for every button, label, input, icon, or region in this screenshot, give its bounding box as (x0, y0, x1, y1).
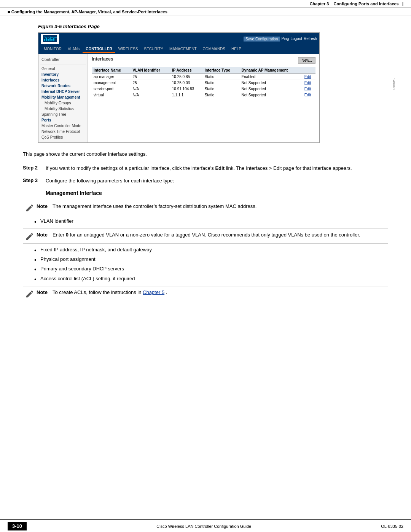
cisco-topbar: Cisco Systems Save Configuration (38, 33, 319, 45)
nav-controller[interactable]: CONTROLLER (83, 46, 115, 53)
svg-rect-2 (44, 39, 45, 41)
row0-dynamic: Enabled (239, 74, 302, 80)
svg-rect-5 (49, 38, 51, 41)
note3-label: Note (37, 289, 53, 295)
cisco-content: Controller General Inventory Interfaces … (38, 54, 319, 142)
sidebar-ports[interactable]: Ports (40, 117, 86, 123)
page-footer: 3-10 Cisco Wireless LAN Controller Confi… (0, 519, 411, 532)
bullet4: • Primary and secondary DHCP servers (34, 266, 388, 273)
chapter-title-right: Chapter 3 Configuring Ports and Interfac… (310, 2, 403, 6)
table-row: virtual N/A 1.1.1.1 Static Not Supported… (92, 92, 315, 98)
nav-help[interactable]: HELP (228, 46, 244, 53)
cisco-logo-icon: Cisco Systems (43, 35, 57, 43)
sidebar-inventory[interactable]: Inventory (40, 72, 86, 77)
row1-dynamic: Not Supported (239, 80, 302, 86)
bullet1: • VLAN identifier (34, 218, 388, 225)
table-header: Interface Name VLAN Identifier IP Addres… (92, 67, 315, 74)
row3-dynamic: Not Supported (239, 92, 302, 98)
sidebar-qos[interactable]: QoS Profiles (40, 134, 86, 140)
note2-label: Note (37, 231, 53, 238)
sidebar-mobility-stats[interactable]: Mobility Statistics (40, 106, 86, 112)
table-row: management 25 10.25.0.03 Static Not Supp… (92, 80, 315, 86)
cisco-main-title: Interfaces (92, 56, 113, 62)
sidebar-general[interactable]: General (40, 66, 86, 72)
row3-type: Static (203, 92, 240, 98)
row2-ip: 10.91.104.83 (170, 86, 203, 92)
nav-wireless[interactable]: WIRELESS (115, 46, 141, 53)
row2-type: Static (203, 86, 240, 92)
row2-dynamic: Not Supported (239, 86, 302, 92)
row1-type: Static (203, 80, 240, 86)
chapter5-link[interactable]: Chapter 5 (143, 289, 164, 295)
new-button[interactable]: New... (298, 57, 315, 64)
row0-edit-link[interactable]: Edit (304, 75, 311, 79)
nav-top-links: Save Configuration Ping Logout Refresh (244, 37, 317, 42)
note3-box: Note To create ACLs, follow the instruct… (23, 286, 388, 301)
sidebar-ntp[interactable]: Network Time Protocol (40, 129, 86, 134)
row3-edit-link[interactable]: Edit (304, 93, 311, 97)
note1-label: Note (37, 203, 53, 209)
note1-icon (23, 203, 37, 212)
section-header-management: Management Interface (46, 190, 388, 196)
sidebar-mobility-groups[interactable]: Mobility Groups (40, 100, 86, 106)
col-interface-name: Interface Name (92, 67, 131, 74)
step3-text: Configure the following parameters for e… (46, 177, 388, 185)
row0-ip: 10.25.0.85 (170, 74, 203, 80)
nav-commands[interactable]: COMMANDS (200, 46, 228, 53)
figure-caption: Figure 3-5 Interfaces Page (38, 24, 388, 29)
note3-icon (23, 289, 37, 299)
sidebar-master-ctrl[interactable]: Master Controller Mode (40, 123, 86, 129)
nav-management[interactable]: MANAGEMENT (166, 46, 200, 53)
footer-title: Cisco Wireless LAN Controller Configurat… (156, 524, 251, 529)
step3-row: Step 3 Configure the following parameter… (23, 177, 388, 185)
chapter-header: Chapter 3 Configuring Ports and Interfac… (0, 0, 411, 8)
logout-btn[interactable]: Logout (290, 37, 302, 42)
interface-table-body: ap-manager 25 10.25.0.85 Static Enabled … (92, 74, 315, 98)
row1-name: management (92, 80, 131, 86)
row3-ip: 1.1.1.1 (170, 92, 203, 98)
sidebar-spanning-tree[interactable]: Spanning Tree (40, 112, 86, 117)
nav-security[interactable]: SECURITY (141, 46, 166, 53)
note1-text: The management interface uses the contro… (53, 203, 388, 210)
row0-vlan: 25 (131, 74, 170, 80)
step2-row: Step 2 If you want to modify the setting… (23, 165, 388, 172)
svg-rect-7 (53, 38, 54, 41)
bullet-dot-2: • (34, 247, 40, 254)
bullet3: • Physical port assignment (34, 256, 388, 264)
cisco-sidebar: Controller General Inventory Interfaces … (38, 54, 88, 142)
svg-rect-4 (48, 39, 49, 41)
save-config-btn[interactable]: Save Configuration (244, 37, 280, 42)
bullet-dot-3: • (34, 256, 40, 264)
note2-box: Note Enter 0 for an untagged VLAN or a n… (23, 228, 388, 244)
nav-menu-bar: MONITOR VLANs CONTROLLER WIRELESS SECURI… (38, 45, 319, 54)
svg-rect-6 (51, 39, 53, 41)
nav-vlans[interactable]: VLANs (65, 46, 83, 53)
row2-vlan: N/A (131, 86, 170, 92)
ping-btn[interactable]: Ping (281, 37, 289, 42)
col-actions (303, 67, 315, 74)
row1-edit-link[interactable]: Edit (304, 81, 311, 85)
row0-name: ap-manager (92, 74, 131, 80)
row2-edit-link[interactable]: Edit (304, 87, 311, 91)
sidebar-title: Controller (40, 56, 86, 62)
bullet5: • Access control list (ACL) setting, if … (34, 276, 388, 283)
cisco-logo: Cisco Systems (41, 34, 59, 44)
refresh-btn[interactable]: Refresh (304, 37, 317, 42)
step3-label: Step 3 (23, 177, 46, 183)
interface-table: Interface Name VLAN Identifier IP Addres… (92, 67, 315, 98)
bullet-dot-5: • (34, 276, 40, 283)
sidebar-interfaces[interactable]: Interfaces (40, 77, 86, 83)
bullet-dot-1: • (34, 218, 40, 225)
note2-text: Enter 0 for an untagged VLAN or a non-ze… (53, 231, 388, 239)
sidebar-network-routes[interactable]: Network Routes (40, 83, 86, 89)
col-dynamic-ap: Dynamic AP Management (239, 67, 302, 74)
cisco-ui: Cisco Systems Save Configuration (38, 32, 320, 143)
sidebar-dhcp-server[interactable]: Internal DHCP Server (40, 89, 86, 94)
col-ip-address: IP Address (170, 67, 203, 74)
breadcrumb: ■ Configuring the Management, AP-Manager… (0, 8, 411, 16)
table-row: ap-manager 25 10.25.0.85 Static Enabled … (92, 74, 315, 80)
sidebar-mobility-mgmt[interactable]: Mobility Management (40, 94, 86, 100)
col-vlan-id: VLAN Identifier (131, 67, 170, 74)
nav-monitor[interactable]: MONITOR (41, 46, 65, 53)
cisco-ui-wrapper: Cisco Systems Save Configuration (23, 32, 388, 143)
